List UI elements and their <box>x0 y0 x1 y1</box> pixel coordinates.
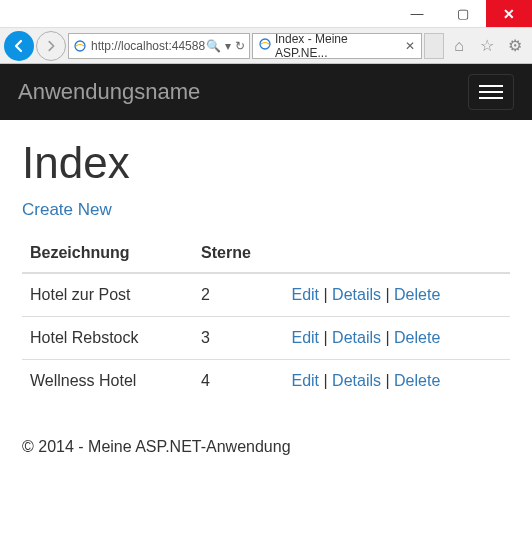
new-tab-button[interactable] <box>424 33 444 59</box>
maximize-button[interactable]: ▢ <box>440 0 486 27</box>
hamburger-bar-icon <box>479 91 503 93</box>
search-icon[interactable]: 🔍 <box>206 39 221 53</box>
details-link[interactable]: Details <box>332 286 381 303</box>
app-brand[interactable]: Anwendungsname <box>18 79 200 105</box>
hotels-table: Bezeichnung Sterne Hotel zur Post2Edit |… <box>22 234 510 402</box>
back-button[interactable] <box>4 31 34 61</box>
page-title: Index <box>22 138 510 188</box>
details-link[interactable]: Details <box>332 329 381 346</box>
table-row: Wellness Hotel4Edit | Details | Delete <box>22 360 510 403</box>
cell-sterne: 3 <box>193 317 283 360</box>
delete-link[interactable]: Delete <box>394 329 440 346</box>
ie-page-icon <box>73 39 87 53</box>
table-row: Hotel Rebstock3Edit | Details | Delete <box>22 317 510 360</box>
delete-link[interactable]: Delete <box>394 286 440 303</box>
cell-bezeichnung: Wellness Hotel <box>22 360 193 403</box>
app-navbar: Anwendungsname <box>0 64 532 120</box>
col-bezeichnung: Bezeichnung <box>22 234 193 273</box>
ie-page-icon <box>259 38 271 53</box>
table-header-row: Bezeichnung Sterne <box>22 234 510 273</box>
hamburger-bar-icon <box>479 85 503 87</box>
forward-button <box>36 31 66 61</box>
edit-link[interactable]: Edit <box>291 372 319 389</box>
edit-link[interactable]: Edit <box>291 329 319 346</box>
arrow-right-icon <box>44 39 58 53</box>
settings-gear-icon[interactable]: ⚙ <box>502 33 528 59</box>
col-actions <box>283 234 510 273</box>
close-button[interactable]: ✕ <box>486 0 532 27</box>
cell-actions: Edit | Details | Delete <box>283 317 510 360</box>
cell-bezeichnung: Hotel Rebstock <box>22 317 193 360</box>
col-sterne: Sterne <box>193 234 283 273</box>
table-row: Hotel zur Post2Edit | Details | Delete <box>22 273 510 317</box>
url-dropdown-icon[interactable]: ▾ <box>225 39 231 53</box>
cell-sterne: 2 <box>193 273 283 317</box>
page-body: Index Create New Bezeichnung Sterne Hote… <box>0 120 532 474</box>
edit-link[interactable]: Edit <box>291 286 319 303</box>
delete-link[interactable]: Delete <box>394 372 440 389</box>
window-controls: — ▢ ✕ <box>0 0 532 28</box>
cell-actions: Edit | Details | Delete <box>283 273 510 317</box>
favorites-icon[interactable]: ☆ <box>474 33 500 59</box>
browser-toolbar: http://localhost:44588 🔍 ▾ ↻ Index - Mei… <box>0 28 532 64</box>
browser-tab[interactable]: Index - Meine ASP.NE... ✕ <box>252 33 422 59</box>
arrow-left-icon <box>11 38 27 54</box>
tab-close-icon[interactable]: ✕ <box>405 39 415 53</box>
url-text: http://localhost:44588 <box>91 39 205 53</box>
refresh-icon[interactable]: ↻ <box>235 39 245 53</box>
create-new-link[interactable]: Create New <box>22 200 112 220</box>
home-icon[interactable]: ⌂ <box>446 33 472 59</box>
address-bar[interactable]: http://localhost:44588 🔍 ▾ ↻ <box>68 33 250 59</box>
hamburger-bar-icon <box>479 97 503 99</box>
page-footer: © 2014 - Meine ASP.NET-Anwendung <box>22 438 510 456</box>
navbar-toggle-button[interactable] <box>468 74 514 110</box>
details-link[interactable]: Details <box>332 372 381 389</box>
cell-sterne: 4 <box>193 360 283 403</box>
page-viewport: Anwendungsname Index Create New Bezeichn… <box>0 64 532 544</box>
cell-actions: Edit | Details | Delete <box>283 360 510 403</box>
minimize-button[interactable]: — <box>394 0 440 27</box>
cell-bezeichnung: Hotel zur Post <box>22 273 193 317</box>
tab-title: Index - Meine ASP.NE... <box>275 32 399 60</box>
